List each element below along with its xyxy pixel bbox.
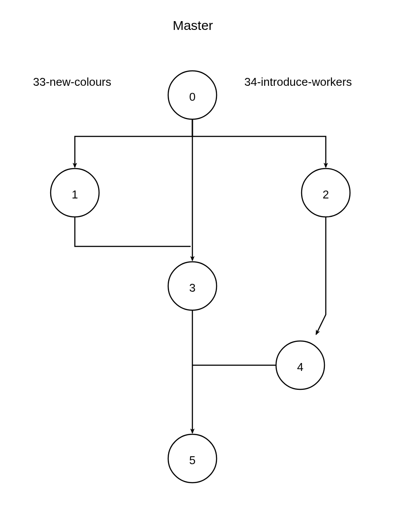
node-1-label: 1 — [72, 188, 78, 201]
node-2: 2 — [302, 169, 350, 217]
branch-label-left: 33-new-colours — [33, 75, 111, 88]
edge-0-to-1 — [75, 119, 192, 167]
node-5: 5 — [168, 434, 217, 483]
branch-label-right: 34-introduce-workers — [244, 75, 352, 88]
edge-1-to-3 — [75, 217, 191, 246]
node-3-label: 3 — [189, 281, 195, 294]
node-0: 0 — [168, 71, 217, 119]
node-1: 1 — [51, 169, 99, 217]
node-2-label: 2 — [323, 188, 329, 201]
edge-2-to-4 — [316, 217, 326, 334]
node-5-label: 5 — [189, 454, 195, 467]
node-4: 4 — [276, 341, 324, 389]
node-3: 3 — [168, 262, 217, 310]
diagram-title: Master — [173, 18, 213, 33]
git-graph-diagram: Master 33-new-colours 34-introduce-worke… — [0, 0, 420, 517]
edge-0-to-2 — [192, 119, 326, 167]
node-0-label: 0 — [189, 90, 195, 103]
node-4-label: 4 — [297, 360, 303, 374]
